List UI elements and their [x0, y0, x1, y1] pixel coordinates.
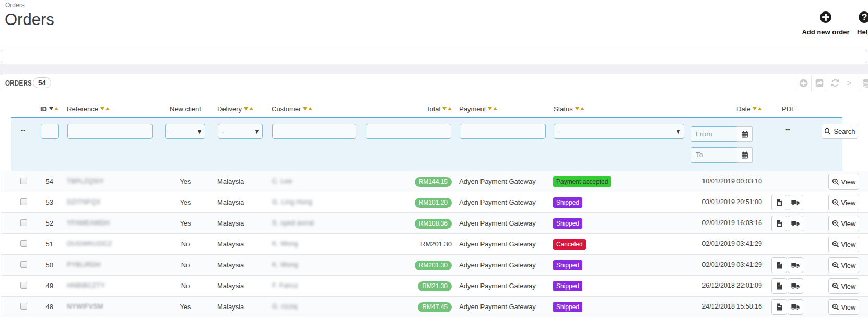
svg-text:?: ? [862, 12, 867, 22]
